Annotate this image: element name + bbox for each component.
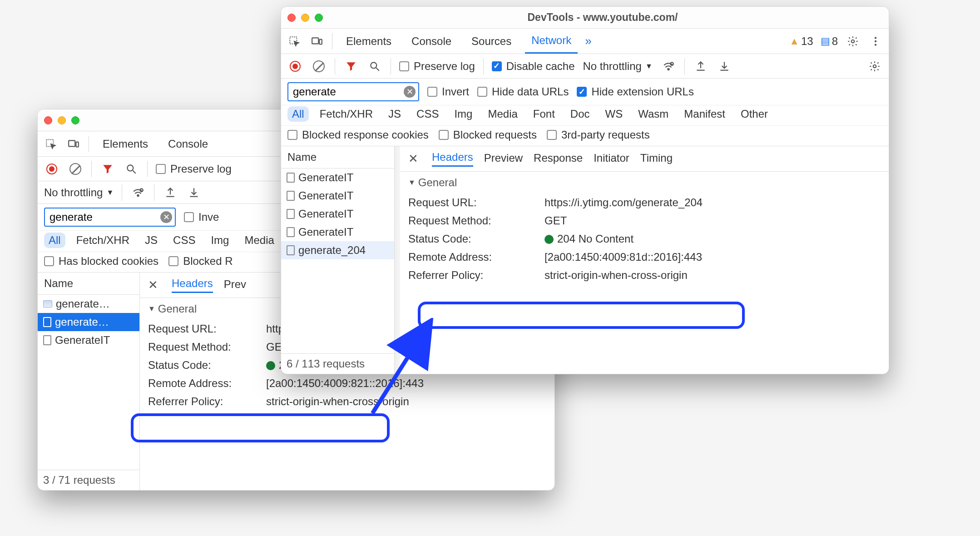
- third-party-checkbox[interactable]: [547, 130, 557, 140]
- settings-icon[interactable]: [867, 59, 882, 74]
- type-js[interactable]: JS: [140, 233, 162, 248]
- filter-icon[interactable]: [100, 161, 115, 177]
- clear-filter-icon[interactable]: ✕: [404, 86, 416, 98]
- detail-tab-initiator[interactable]: Initiator: [594, 152, 629, 166]
- record-icon[interactable]: [44, 161, 59, 177]
- blocked-r-checkbox[interactable]: [168, 256, 178, 266]
- filter-text-input[interactable]: [293, 85, 404, 98]
- network-conditions-icon[interactable]: [661, 59, 676, 74]
- type-css[interactable]: CSS: [168, 233, 200, 248]
- zoom-window-button[interactable]: [315, 14, 323, 22]
- throttle-select[interactable]: No throttling ▼: [583, 60, 652, 73]
- clear-icon[interactable]: [68, 161, 83, 177]
- request-row[interactable]: generate…: [38, 295, 139, 313]
- tab-console[interactable]: Console: [162, 131, 214, 156]
- zoom-window-button[interactable]: [71, 116, 79, 124]
- type-font[interactable]: Font: [529, 106, 559, 122]
- request-row[interactable]: GenerateIT: [281, 169, 394, 187]
- type-wasm[interactable]: Wasm: [634, 106, 673, 122]
- filter-input[interactable]: ✕: [44, 208, 176, 227]
- section-title[interactable]: ▼General: [408, 176, 881, 189]
- close-detail-icon[interactable]: ✕: [408, 152, 421, 166]
- detail-tab-preview[interactable]: Prev: [224, 278, 246, 293]
- close-detail-icon[interactable]: ✕: [148, 278, 161, 292]
- messages-badge[interactable]: ▤8: [821, 35, 838, 48]
- settings-icon[interactable]: [845, 34, 861, 49]
- download-icon[interactable]: [717, 59, 732, 74]
- download-icon[interactable]: [186, 185, 202, 200]
- preserve-log-checkbox[interactable]: [156, 164, 166, 174]
- detail-tab-response[interactable]: Response: [534, 152, 583, 166]
- close-window-button[interactable]: [44, 116, 52, 124]
- request-row[interactable]: GenerateIT: [38, 331, 139, 349]
- hide-ext-checkbox[interactable]: [577, 87, 587, 97]
- request-row[interactable]: GenerateIT: [281, 205, 394, 223]
- type-media[interactable]: Media: [240, 233, 278, 248]
- tab-console[interactable]: Console: [405, 29, 458, 54]
- device-toolbar-icon[interactable]: [66, 136, 81, 152]
- clear-filter-icon[interactable]: ✕: [160, 211, 172, 223]
- tab-elements[interactable]: Elements: [340, 29, 398, 54]
- splitter[interactable]: [395, 146, 400, 374]
- minimize-window-button[interactable]: [301, 14, 309, 22]
- hide-data-checkbox[interactable]: [477, 87, 487, 97]
- upload-icon[interactable]: [163, 185, 178, 200]
- filter-input[interactable]: ✕: [287, 82, 419, 101]
- upload-icon[interactable]: [693, 59, 708, 74]
- list-body[interactable]: GenerateIT GenerateIT GenerateIT Generat…: [281, 169, 394, 353]
- detail-tab-timing[interactable]: Timing: [640, 152, 673, 166]
- type-all[interactable]: All: [287, 106, 309, 122]
- network-conditions-icon[interactable]: [130, 185, 146, 200]
- warnings-badge[interactable]: ▲13: [789, 35, 813, 48]
- device-toolbar-icon[interactable]: [309, 34, 325, 49]
- invert-checkbox[interactable]: [427, 87, 437, 97]
- type-all[interactable]: All: [44, 233, 65, 248]
- type-fetchxhr[interactable]: Fetch/XHR: [315, 106, 377, 122]
- scrollbar-thumb[interactable]: [396, 149, 399, 213]
- preserve-log-checkbox[interactable]: [399, 61, 409, 71]
- throttle-select[interactable]: No throttling ▼: [44, 186, 114, 199]
- blocked-resp-checkbox[interactable]: [287, 130, 297, 140]
- request-row[interactable]: GenerateIT: [281, 187, 394, 205]
- search-icon[interactable]: [124, 161, 139, 177]
- type-css[interactable]: CSS: [412, 106, 443, 122]
- list-header[interactable]: Name: [281, 146, 394, 169]
- request-row[interactable]: generate_204: [281, 241, 394, 259]
- window-title: DevTools - www.youtube.com/: [323, 11, 882, 24]
- blocked-req-checkbox[interactable]: [439, 130, 449, 140]
- type-other[interactable]: Other: [736, 106, 772, 122]
- filter-icon[interactable]: [343, 59, 359, 74]
- has-blocked-checkbox[interactable]: [44, 256, 54, 266]
- titlebar[interactable]: DevTools - www.youtube.com/: [281, 7, 889, 29]
- inspect-icon[interactable]: [287, 34, 302, 49]
- invert-checkbox[interactable]: [184, 212, 194, 222]
- more-tabs-icon[interactable]: »: [585, 34, 591, 48]
- type-img[interactable]: Img: [206, 233, 233, 248]
- request-row[interactable]: generate…: [38, 313, 139, 331]
- request-row[interactable]: GenerateIT: [281, 223, 394, 241]
- type-img[interactable]: Img: [450, 106, 477, 122]
- filter-text-input[interactable]: [49, 211, 160, 223]
- type-manifest[interactable]: Manifest: [679, 106, 730, 122]
- tab-sources[interactable]: Sources: [465, 29, 518, 54]
- list-header[interactable]: Name: [38, 273, 139, 295]
- clear-icon[interactable]: [311, 59, 327, 74]
- tab-network[interactable]: Network: [525, 29, 578, 54]
- record-icon[interactable]: [287, 59, 303, 74]
- close-window-button[interactable]: [287, 14, 296, 22]
- type-doc[interactable]: Doc: [566, 106, 594, 122]
- search-icon[interactable]: [367, 59, 382, 74]
- type-media[interactable]: Media: [483, 106, 522, 122]
- list-body[interactable]: generate… generate… GenerateIT: [38, 295, 139, 470]
- inspect-icon[interactable]: [43, 136, 59, 152]
- minimize-window-button[interactable]: [58, 116, 66, 124]
- type-ws[interactable]: WS: [601, 106, 628, 122]
- detail-tab-preview[interactable]: Preview: [484, 152, 523, 166]
- detail-tab-headers[interactable]: Headers: [432, 151, 473, 167]
- type-fetchxhr[interactable]: Fetch/XHR: [72, 233, 134, 248]
- tab-elements[interactable]: Elements: [96, 131, 154, 156]
- disable-cache-checkbox[interactable]: [492, 61, 502, 71]
- detail-tab-headers[interactable]: Headers: [172, 277, 213, 293]
- kebab-menu-icon[interactable]: [868, 34, 883, 49]
- type-js[interactable]: JS: [384, 106, 406, 122]
